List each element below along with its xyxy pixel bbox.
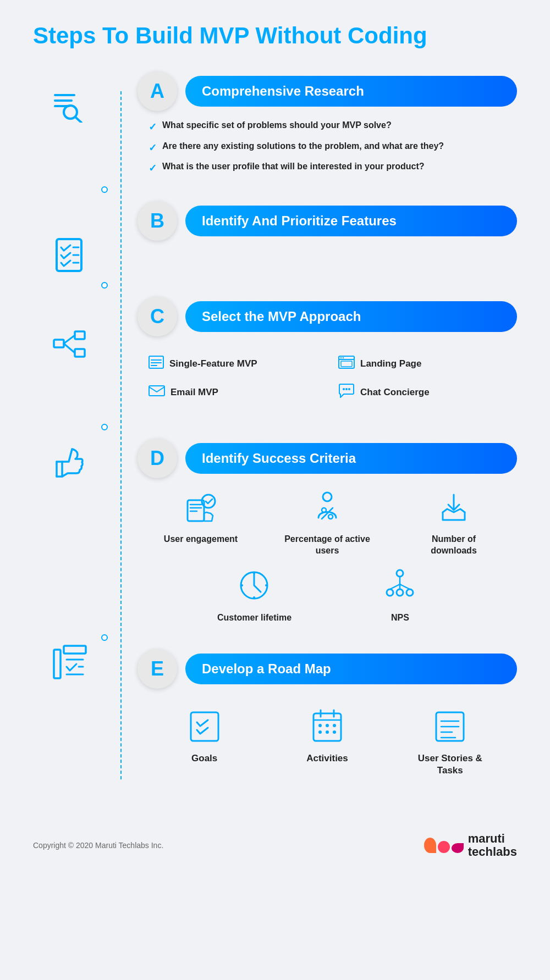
svg-point-33 [345, 388, 348, 390]
page-wrapper: Steps To Build MVP Without Coding [0, 0, 550, 980]
criteria-row-1: User engagement [138, 489, 517, 557]
step-circle-a: A [138, 71, 177, 111]
svg-rect-58 [191, 712, 218, 741]
approach-icon-browser [338, 356, 355, 372]
svg-line-55 [390, 584, 400, 589]
criteria-nps: NPS [356, 568, 444, 624]
step-header-c: C Select the MVP Approach [138, 297, 517, 336]
content-column: A Comprehensive Research ✓ What specific… [138, 71, 517, 799]
dot-bc [138, 282, 517, 289]
step-label-b: Identify And Prioritize Features [185, 206, 517, 236]
approach-icon-list [148, 356, 164, 372]
dot-cd [138, 424, 517, 430]
step-header-a: A Comprehensive Research [138, 71, 517, 111]
svg-point-65 [333, 724, 336, 727]
svg-point-40 [323, 492, 332, 501]
svg-point-46 [253, 572, 255, 574]
svg-point-63 [318, 724, 322, 727]
svg-point-53 [406, 589, 413, 596]
icon-approach [50, 322, 88, 366]
roadmap-activities: Activities [283, 708, 371, 777]
step-header-d: D Identify Success Criteria [138, 439, 517, 478]
svg-point-68 [333, 730, 336, 734]
svg-rect-11 [75, 349, 85, 357]
svg-rect-10 [75, 331, 85, 339]
approach-email: Email MVP [148, 383, 316, 402]
svg-rect-17 [54, 650, 61, 678]
svg-point-64 [326, 724, 329, 727]
approach-icon-chat [338, 383, 355, 402]
timeline-dashed-line [120, 91, 122, 779]
copyright-text: Copyright © 2020 Maruti Techlabs Inc. [33, 841, 163, 850]
criteria-icon-nps [382, 568, 418, 606]
svg-point-52 [397, 589, 403, 596]
svg-point-34 [348, 388, 350, 390]
svg-point-47 [265, 584, 267, 586]
svg-rect-31 [149, 386, 164, 396]
check-icon-a3: ✓ [148, 162, 157, 175]
checklist-item-a1: ✓ What specific set of problems should y… [148, 119, 517, 134]
dot-de [138, 634, 517, 641]
criteria-icon-engagement [183, 489, 219, 527]
logo-icon-shapes [424, 838, 464, 853]
svg-point-28 [340, 357, 342, 358]
logo-text-block: maruti techlabs [468, 832, 517, 859]
svg-line-43 [322, 508, 333, 519]
criteria-downloads: Number of downloads [410, 489, 498, 557]
step-body-a: ✓ What specific set of problems should y… [138, 119, 517, 175]
section-d: D Identify Success Criteria [138, 439, 517, 623]
approach-chat: Chat Concierge [338, 383, 506, 402]
logo-shape-red [438, 841, 450, 853]
check-icon-a2: ✓ [148, 141, 157, 155]
svg-rect-30 [341, 361, 352, 367]
page-title: Steps To Build MVP Without Coding [33, 22, 517, 49]
logo-shape-orange [424, 838, 436, 853]
approach-single-feature: Single-Feature MVP [148, 356, 316, 372]
roadmap-user-stories: User Stories & Tasks [406, 708, 494, 777]
criteria-user-engagement: User engagement [157, 489, 245, 557]
left-icons-column [33, 71, 105, 799]
logo-shape-purple [452, 843, 464, 853]
svg-point-29 [343, 357, 344, 358]
svg-point-66 [318, 730, 322, 734]
check-icon-a1: ✓ [148, 120, 157, 134]
svg-line-4 [75, 117, 81, 123]
svg-point-49 [253, 596, 255, 599]
section-c: C Select the MVP Approach [138, 297, 517, 413]
criteria-lifetime: Customer lifetime [211, 568, 299, 624]
logo-area: maruti techlabs [424, 832, 517, 859]
approach-landing-page: Landing Page [338, 356, 506, 372]
svg-line-13 [64, 344, 75, 353]
roadmap-grid: Goals [138, 697, 517, 788]
step-circle-d: D [138, 439, 177, 478]
svg-rect-9 [54, 340, 64, 347]
section-b: B Identify And Prioritize Features [138, 201, 517, 271]
svg-point-67 [326, 730, 329, 734]
logo-line2: techlabs [468, 845, 517, 859]
criteria-icon-lifetime [237, 568, 272, 606]
icon-success [51, 440, 87, 484]
approach-grid: Single-Feature MVP [138, 345, 517, 413]
logo-line1: maruti [468, 832, 517, 845]
roadmap-icon-goals [188, 708, 221, 746]
svg-rect-18 [64, 646, 86, 654]
section-a: A Comprehensive Research ✓ What specific… [138, 71, 517, 175]
step-label-a: Comprehensive Research [185, 76, 517, 107]
roadmap-icon-activities [311, 708, 344, 746]
svg-point-42 [328, 514, 333, 519]
svg-point-32 [343, 388, 345, 390]
icon-roadmap [51, 640, 87, 684]
step-label-d: Identify Success Criteria [185, 443, 517, 474]
criteria-percentage: Percentage of active users [283, 489, 371, 557]
section-e: E Develop a Road Map [138, 649, 517, 788]
svg-line-57 [400, 584, 410, 589]
svg-point-48 [241, 584, 243, 586]
step-header-e: E Develop a Road Map [138, 649, 517, 689]
svg-point-51 [387, 589, 393, 596]
svg-point-50 [397, 570, 403, 577]
step-circle-b: B [138, 201, 177, 241]
roadmap-goals: Goals [161, 708, 249, 777]
footer: Copyright © 2020 Maruti Techlabs Inc. ma… [33, 821, 517, 859]
checklist-item-a2: ✓ Are there any existing solutions to th… [148, 140, 517, 155]
timeline-column [105, 71, 138, 799]
